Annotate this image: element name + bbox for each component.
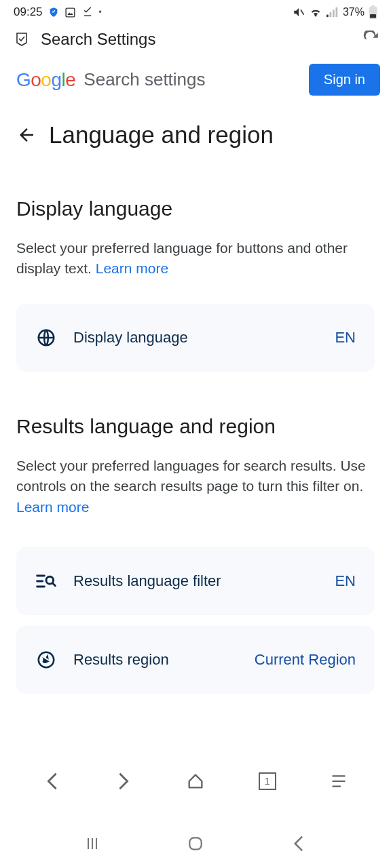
- back-arrow-icon[interactable]: [16, 125, 37, 145]
- menu-icon[interactable]: [325, 768, 352, 795]
- shield-icon: [48, 7, 59, 18]
- page-title: Language and region: [49, 121, 274, 149]
- bookmark-outline-icon[interactable]: [14, 31, 30, 47]
- card-value: EN: [335, 329, 356, 347]
- card-label: Results language filter: [73, 572, 318, 590]
- image-icon: [64, 7, 76, 18]
- svg-rect-2: [327, 15, 329, 18]
- header: Google Search settings Sign in: [0, 57, 391, 102]
- dot-icon: •: [99, 7, 102, 17]
- browser-forward-icon[interactable]: [110, 768, 137, 795]
- section-results-language-region: Results language and region Select your …: [0, 415, 391, 694]
- card-value: Current Region: [255, 651, 356, 669]
- signin-button[interactable]: Sign in: [309, 64, 380, 96]
- signal-icon: [327, 7, 339, 18]
- browser-back-icon[interactable]: [39, 768, 66, 795]
- section-display-language: Display language Select your preferred l…: [0, 197, 391, 372]
- reload-icon[interactable]: [362, 31, 380, 48]
- svg-rect-8: [370, 14, 376, 18]
- google-logo: Google: [16, 69, 75, 91]
- card-label: Display language: [73, 329, 318, 347]
- system-nav-bar: [0, 819, 391, 868]
- svg-rect-7: [371, 5, 375, 7]
- section-description: Select your preferred language for butto…: [16, 238, 375, 279]
- recents-icon[interactable]: [79, 830, 106, 857]
- status-right: 37%: [293, 5, 377, 19]
- tabs-count: 1: [259, 772, 276, 790]
- home-nav-icon[interactable]: [182, 830, 209, 857]
- results-region-card[interactable]: Results region Current Region: [16, 626, 375, 694]
- download-done-icon: [81, 6, 94, 18]
- learn-more-link[interactable]: Learn more: [96, 260, 168, 276]
- status-time: 09:25: [14, 5, 43, 19]
- display-language-card[interactable]: Display language EN: [16, 304, 375, 372]
- results-language-filter-card[interactable]: Results language filter EN: [16, 547, 375, 615]
- learn-more-link[interactable]: Learn more: [16, 499, 89, 515]
- svg-rect-0: [66, 8, 75, 17]
- svg-rect-5: [335, 7, 337, 17]
- tabs-button[interactable]: 1: [254, 768, 281, 795]
- card-label: Results region: [73, 651, 238, 669]
- status-left: 09:25 •: [14, 5, 102, 19]
- battery-icon: [369, 5, 377, 19]
- card-value: EN: [335, 572, 356, 590]
- filter-search-icon: [35, 570, 57, 592]
- svg-rect-4: [333, 9, 335, 17]
- globe-icon: [35, 327, 57, 349]
- wifi-icon: [309, 7, 322, 18]
- svg-line-1: [301, 9, 304, 15]
- svg-rect-3: [329, 12, 331, 17]
- browser-page-title: Search Settings: [41, 30, 352, 49]
- mute-icon: [293, 6, 305, 18]
- svg-rect-12: [189, 837, 201, 849]
- section-title: Display language: [16, 197, 375, 220]
- back-nav-icon[interactable]: [285, 830, 312, 857]
- browser-title-bar: Search Settings: [0, 22, 391, 57]
- home-icon[interactable]: [182, 768, 209, 795]
- browser-bottom-toolbar: 1: [0, 754, 391, 808]
- header-subtitle: Search settings: [83, 69, 301, 90]
- status-bar: 09:25 • 37%: [0, 0, 391, 22]
- battery-percent: 37%: [343, 6, 365, 18]
- section-description: Select your preferred languages for sear…: [16, 456, 375, 517]
- section-title: Results language and region: [16, 415, 375, 438]
- page-header: Language and region: [0, 102, 391, 154]
- earth-icon: [35, 649, 57, 671]
